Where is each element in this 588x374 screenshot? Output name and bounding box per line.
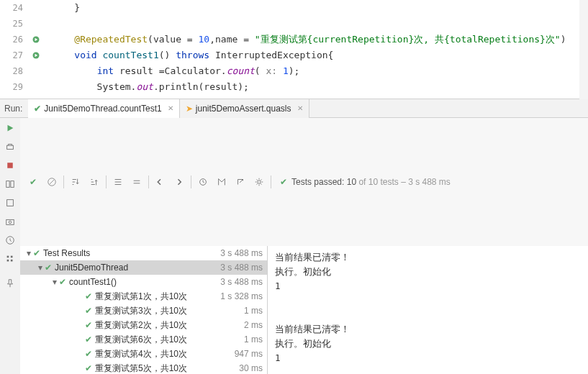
svg-line-15: [50, 180, 55, 185]
status-time: – 3 s 488 ms: [401, 177, 451, 187]
run-tab[interactable]: ➤junit5DemoAssert.quasls✕: [180, 99, 309, 118]
open-button[interactable]: [232, 173, 249, 191]
svg-rect-2: [7, 145, 14, 149]
svg-rect-6: [7, 200, 14, 206]
test-tree-row[interactable]: ✔重复测试第5次，共10次30 ms: [20, 361, 267, 374]
gutter-run-icon[interactable]: [29, 32, 43, 47]
line-number-gutter: 24252627282930: [0, 0, 29, 99]
test-tree[interactable]: ▾✔Test Results3 s 488 ms▾✔Junit5DemoThre…: [20, 246, 268, 374]
svg-rect-4: [6, 181, 9, 188]
svg-rect-12: [11, 256, 13, 258]
layout-button[interactable]: [3, 177, 17, 191]
test-tree-row[interactable]: ▾✔Junit5DemoThread3 s 488 ms: [20, 260, 267, 275]
toggle-auto-test-button[interactable]: [3, 140, 17, 154]
svg-point-17: [258, 181, 261, 183]
test-tree-row[interactable]: ✔重复测试第4次，共10次947 ms: [20, 347, 267, 361]
prev-button[interactable]: [152, 173, 169, 191]
pin-button[interactable]: [3, 196, 17, 210]
settings-button[interactable]: [250, 173, 268, 191]
svg-rect-5: [11, 181, 14, 188]
close-tab-icon[interactable]: ✕: [297, 104, 303, 112]
next-button[interactable]: [171, 173, 188, 191]
run-tab[interactable]: ✔Junit5DemoThread.countTest1✕: [28, 99, 179, 118]
code-area[interactable]: } @RepeatedTest(value = 10,name = "重复测试第…: [43, 0, 588, 99]
run-markers[interactable]: [29, 0, 43, 99]
status-passed: 10: [347, 177, 356, 187]
status-mid: of 10 tests: [358, 177, 398, 187]
svg-rect-11: [7, 260, 9, 262]
import-button[interactable]: [213, 173, 230, 191]
test-tree-row[interactable]: ✔重复测试第2次，共10次2 ms: [20, 318, 267, 332]
svg-rect-7: [6, 219, 14, 224]
stop-button[interactable]: [3, 158, 17, 173]
test-tree-row[interactable]: ▾✔Test Results3 s 488 ms: [20, 246, 267, 260]
tests-status: ✔ Tests passed: 10 of 10 tests – 3 s 488…: [280, 177, 451, 187]
rerun-button[interactable]: [3, 121, 17, 135]
test-tree-row[interactable]: ✔重复测试第3次，共10次1 ms: [20, 304, 267, 318]
svg-rect-10: [7, 256, 9, 258]
run-sidebar: [0, 118, 20, 374]
test-tree-row[interactable]: ▾✔countTest1()3 s 488 ms: [20, 275, 267, 289]
show-passed-button[interactable]: ✔: [24, 173, 42, 191]
status-prefix: Tests passed:: [291, 177, 344, 187]
svg-point-8: [9, 221, 12, 224]
close-tab-icon[interactable]: ✕: [168, 104, 173, 112]
test-tree-row[interactable]: ✔重复测试第1次，共10次1 s 328 ms: [20, 289, 267, 304]
run-tool-tabs: Run: ✔Junit5DemoThread.countTest1✕➤junit…: [0, 99, 588, 118]
pushpin-button[interactable]: [3, 276, 17, 291]
test-toolbar: ✔ ✔ Tests pass: [20, 118, 588, 246]
collapse-all-button[interactable]: [128, 173, 145, 191]
run-label: Run:: [0, 104, 28, 114]
gutter-run-icon[interactable]: [29, 47, 43, 63]
svg-rect-3: [7, 163, 13, 168]
code-editor[interactable]: 24252627282930 } @RepeatedTest(value = 1…: [0, 0, 588, 99]
tests-button[interactable]: [3, 252, 17, 266]
sort-down-button[interactable]: [67, 173, 84, 191]
test-tree-row[interactable]: ✔重复测试第6次，共10次1 ms: [20, 332, 267, 347]
sort-up-button[interactable]: [86, 173, 103, 191]
svg-rect-13: [11, 260, 13, 262]
expand-all-button[interactable]: [109, 173, 127, 191]
history-button[interactable]: [3, 233, 17, 247]
show-ignored-button[interactable]: [43, 173, 60, 191]
editor-scrollbar[interactable]: [579, 0, 588, 99]
camera-button[interactable]: [3, 214, 17, 229]
export-button[interactable]: [194, 173, 212, 191]
console-output[interactable]: 当前结果已清零！ 执行。初始化 1 当前结果已清零！ 执行。初始化 1 1 1 …: [268, 246, 588, 374]
